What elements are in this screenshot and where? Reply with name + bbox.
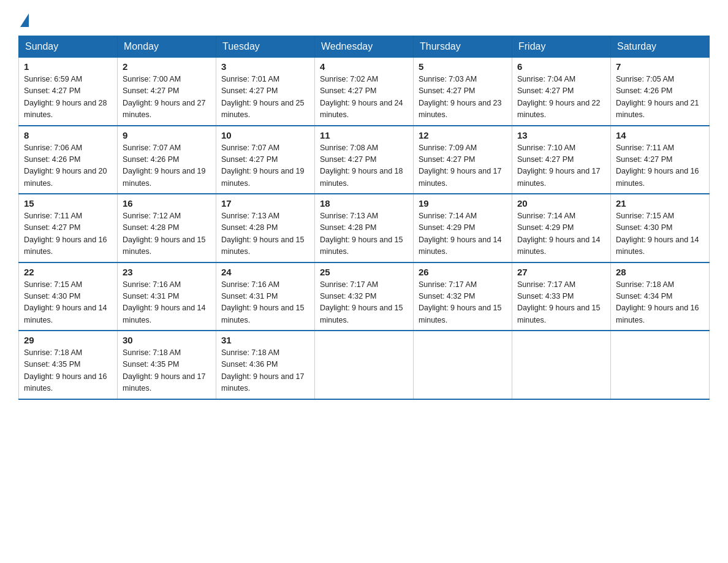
day-info: Sunrise: 7:04 AMSunset: 4:27 PMDaylight:… bbox=[517, 74, 605, 121]
calendar-cell: 28 Sunrise: 7:18 AMSunset: 4:34 PMDaylig… bbox=[611, 262, 710, 331]
day-number: 21 bbox=[616, 198, 704, 209]
day-info: Sunrise: 7:12 AMSunset: 4:28 PMDaylight:… bbox=[123, 210, 211, 258]
calendar-week-row: 15 Sunrise: 7:11 AMSunset: 4:27 PMDaylig… bbox=[19, 194, 710, 262]
calendar-cell: 13 Sunrise: 7:10 AMSunset: 4:27 PMDaylig… bbox=[512, 126, 611, 194]
logo bbox=[18, 12, 29, 25]
day-number: 20 bbox=[517, 198, 605, 209]
calendar-cell: 18 Sunrise: 7:13 AMSunset: 4:28 PMDaylig… bbox=[315, 194, 414, 262]
calendar-cell bbox=[611, 331, 710, 399]
day-info: Sunrise: 7:03 AMSunset: 4:27 PMDaylight:… bbox=[419, 74, 507, 121]
day-of-week-header: Friday bbox=[512, 36, 611, 58]
day-info: Sunrise: 7:15 AMSunset: 4:30 PMDaylight:… bbox=[616, 210, 704, 258]
day-info: Sunrise: 7:16 AMSunset: 4:31 PMDaylight:… bbox=[221, 279, 309, 327]
calendar-header: SundayMondayTuesdayWednesdayThursdayFrid… bbox=[19, 36, 710, 58]
day-info: Sunrise: 7:00 AMSunset: 4:27 PMDaylight:… bbox=[123, 74, 211, 121]
calendar-cell: 31 Sunrise: 7:18 AMSunset: 4:36 PMDaylig… bbox=[216, 331, 315, 399]
day-info: Sunrise: 7:08 AMSunset: 4:27 PMDaylight:… bbox=[320, 142, 408, 190]
calendar-cell: 8 Sunrise: 7:06 AMSunset: 4:26 PMDayligh… bbox=[19, 126, 118, 194]
day-number: 7 bbox=[616, 61, 704, 72]
day-number: 27 bbox=[517, 267, 605, 277]
calendar-cell: 6 Sunrise: 7:04 AMSunset: 4:27 PMDayligh… bbox=[512, 58, 611, 126]
calendar-week-row: 29 Sunrise: 7:18 AMSunset: 4:35 PMDaylig… bbox=[19, 331, 710, 399]
calendar-cell: 12 Sunrise: 7:09 AMSunset: 4:27 PMDaylig… bbox=[414, 126, 512, 194]
day-number: 4 bbox=[320, 61, 408, 72]
days-of-week-row: SundayMondayTuesdayWednesdayThursdayFrid… bbox=[19, 36, 710, 58]
day-number: 9 bbox=[123, 130, 211, 140]
day-number: 18 bbox=[320, 198, 408, 209]
day-number: 2 bbox=[123, 61, 211, 72]
day-info: Sunrise: 7:17 AMSunset: 4:32 PMDaylight:… bbox=[419, 279, 507, 327]
day-info: Sunrise: 7:15 AMSunset: 4:30 PMDaylight:… bbox=[24, 279, 112, 327]
day-number: 22 bbox=[24, 267, 112, 277]
day-info: Sunrise: 7:17 AMSunset: 4:32 PMDaylight:… bbox=[320, 279, 408, 327]
calendar-cell bbox=[414, 331, 512, 399]
day-number: 10 bbox=[221, 130, 309, 140]
calendar-cell: 2 Sunrise: 7:00 AMSunset: 4:27 PMDayligh… bbox=[118, 58, 216, 126]
day-info: Sunrise: 7:07 AMSunset: 4:27 PMDaylight:… bbox=[221, 142, 309, 190]
calendar-body: 1 Sunrise: 6:59 AMSunset: 4:27 PMDayligh… bbox=[19, 58, 710, 399]
day-number: 29 bbox=[24, 335, 112, 345]
calendar-week-row: 22 Sunrise: 7:15 AMSunset: 4:30 PMDaylig… bbox=[19, 262, 710, 331]
day-of-week-header: Thursday bbox=[414, 36, 512, 58]
day-info: Sunrise: 7:01 AMSunset: 4:27 PMDaylight:… bbox=[221, 74, 309, 121]
day-number: 13 bbox=[517, 130, 605, 140]
day-info: Sunrise: 7:10 AMSunset: 4:27 PMDaylight:… bbox=[517, 142, 605, 190]
calendar-cell: 22 Sunrise: 7:15 AMSunset: 4:30 PMDaylig… bbox=[19, 262, 118, 331]
day-number: 15 bbox=[24, 198, 112, 209]
day-number: 8 bbox=[24, 130, 112, 140]
calendar-cell: 5 Sunrise: 7:03 AMSunset: 4:27 PMDayligh… bbox=[414, 58, 512, 126]
day-info: Sunrise: 7:17 AMSunset: 4:33 PMDaylight:… bbox=[517, 279, 605, 327]
day-number: 17 bbox=[221, 198, 309, 209]
day-number: 23 bbox=[123, 267, 211, 277]
day-info: Sunrise: 7:13 AMSunset: 4:28 PMDaylight:… bbox=[221, 210, 309, 258]
calendar-cell bbox=[512, 331, 611, 399]
calendar-cell: 15 Sunrise: 7:11 AMSunset: 4:27 PMDaylig… bbox=[19, 194, 118, 262]
calendar-cell: 1 Sunrise: 6:59 AMSunset: 4:27 PMDayligh… bbox=[19, 58, 118, 126]
calendar-cell: 10 Sunrise: 7:07 AMSunset: 4:27 PMDaylig… bbox=[216, 126, 315, 194]
calendar-cell: 19 Sunrise: 7:14 AMSunset: 4:29 PMDaylig… bbox=[414, 194, 512, 262]
day-info: Sunrise: 6:59 AMSunset: 4:27 PMDaylight:… bbox=[24, 74, 112, 121]
calendar-cell: 9 Sunrise: 7:07 AMSunset: 4:26 PMDayligh… bbox=[118, 126, 216, 194]
day-number: 30 bbox=[123, 335, 211, 345]
day-number: 5 bbox=[419, 61, 507, 72]
calendar-cell: 20 Sunrise: 7:14 AMSunset: 4:29 PMDaylig… bbox=[512, 194, 611, 262]
day-of-week-header: Tuesday bbox=[216, 36, 315, 58]
calendar-cell: 26 Sunrise: 7:17 AMSunset: 4:32 PMDaylig… bbox=[414, 262, 512, 331]
calendar-cell: 7 Sunrise: 7:05 AMSunset: 4:26 PMDayligh… bbox=[611, 58, 710, 126]
day-number: 24 bbox=[221, 267, 309, 277]
calendar-cell bbox=[315, 331, 414, 399]
day-info: Sunrise: 7:11 AMSunset: 4:27 PMDaylight:… bbox=[616, 142, 704, 190]
day-info: Sunrise: 7:11 AMSunset: 4:27 PMDaylight:… bbox=[24, 210, 112, 258]
day-number: 1 bbox=[24, 61, 112, 72]
day-info: Sunrise: 7:14 AMSunset: 4:29 PMDaylight:… bbox=[419, 210, 507, 258]
calendar-cell: 29 Sunrise: 7:18 AMSunset: 4:35 PMDaylig… bbox=[19, 331, 118, 399]
day-info: Sunrise: 7:18 AMSunset: 4:34 PMDaylight:… bbox=[616, 279, 704, 327]
calendar-cell: 4 Sunrise: 7:02 AMSunset: 4:27 PMDayligh… bbox=[315, 58, 414, 126]
calendar-cell: 23 Sunrise: 7:16 AMSunset: 4:31 PMDaylig… bbox=[118, 262, 216, 331]
day-number: 6 bbox=[517, 61, 605, 72]
day-info: Sunrise: 7:07 AMSunset: 4:26 PMDaylight:… bbox=[123, 142, 211, 190]
day-number: 3 bbox=[221, 61, 309, 72]
day-info: Sunrise: 7:18 AMSunset: 4:35 PMDaylight:… bbox=[123, 347, 211, 395]
calendar-week-row: 8 Sunrise: 7:06 AMSunset: 4:26 PMDayligh… bbox=[19, 126, 710, 194]
day-of-week-header: Saturday bbox=[611, 36, 710, 58]
day-number: 16 bbox=[123, 198, 211, 209]
calendar-cell: 17 Sunrise: 7:13 AMSunset: 4:28 PMDaylig… bbox=[216, 194, 315, 262]
day-info: Sunrise: 7:09 AMSunset: 4:27 PMDaylight:… bbox=[419, 142, 507, 190]
logo-triangle-icon bbox=[20, 13, 29, 27]
day-info: Sunrise: 7:16 AMSunset: 4:31 PMDaylight:… bbox=[123, 279, 211, 327]
calendar-cell: 24 Sunrise: 7:16 AMSunset: 4:31 PMDaylig… bbox=[216, 262, 315, 331]
day-info: Sunrise: 7:14 AMSunset: 4:29 PMDaylight:… bbox=[517, 210, 605, 258]
calendar-cell: 25 Sunrise: 7:17 AMSunset: 4:32 PMDaylig… bbox=[315, 262, 414, 331]
day-info: Sunrise: 7:18 AMSunset: 4:35 PMDaylight:… bbox=[24, 347, 112, 395]
day-info: Sunrise: 7:02 AMSunset: 4:27 PMDaylight:… bbox=[320, 74, 408, 121]
day-info: Sunrise: 7:06 AMSunset: 4:26 PMDaylight:… bbox=[24, 142, 112, 190]
day-number: 19 bbox=[419, 198, 507, 209]
day-number: 12 bbox=[419, 130, 507, 140]
day-info: Sunrise: 7:18 AMSunset: 4:36 PMDaylight:… bbox=[221, 347, 309, 395]
calendar-table: SundayMondayTuesdayWednesdayThursdayFrid… bbox=[18, 36, 710, 400]
calendar-cell: 30 Sunrise: 7:18 AMSunset: 4:35 PMDaylig… bbox=[118, 331, 216, 399]
day-of-week-header: Wednesday bbox=[315, 36, 414, 58]
day-number: 11 bbox=[320, 130, 408, 140]
calendar-cell: 11 Sunrise: 7:08 AMSunset: 4:27 PMDaylig… bbox=[315, 126, 414, 194]
